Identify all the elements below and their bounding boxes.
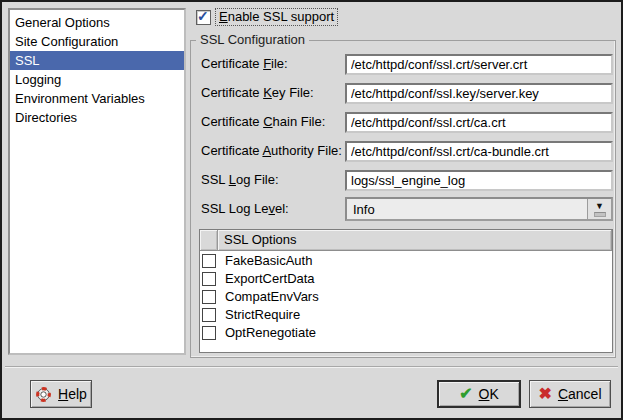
sidebar-item-directories[interactable]: Directories: [10, 108, 184, 127]
table-row[interactable]: OptRenegotiate: [200, 324, 612, 341]
ssl-log-level-select[interactable]: Info ▼: [345, 197, 613, 221]
certificate-file-input[interactable]: [345, 54, 613, 75]
certificate-file-label: Certificate File:: [201, 56, 288, 71]
ssl-configuration-frame: SSL Configuration Certificate File: Cert…: [190, 40, 616, 358]
dropdown-button[interactable]: ▼: [587, 199, 611, 219]
option-label: StrictRequire: [225, 307, 300, 322]
option-checkbox-optrenegotiate[interactable]: [202, 326, 216, 340]
certificate-authority-file-label: Certificate Authority File:: [201, 143, 342, 158]
option-checkbox-exportcertdata[interactable]: [202, 272, 216, 286]
enable-ssl-label: Enable SSL support: [215, 8, 338, 26]
table-header-row: SSL Options: [200, 230, 612, 251]
ok-button-label: OK: [479, 386, 499, 402]
table-row[interactable]: FakeBasicAuth: [200, 252, 612, 269]
ssl-log-file-label: SSL Log File:: [201, 172, 279, 187]
cancel-button-label: Cancel: [558, 386, 602, 402]
certificate-authority-file-input[interactable]: [345, 141, 613, 162]
sidebar-item-site-configuration[interactable]: Site Configuration: [10, 32, 184, 51]
cancel-button[interactable]: ✖ Cancel: [529, 380, 611, 408]
option-label: ExportCertData: [225, 271, 315, 286]
check-icon: ✔: [459, 386, 472, 402]
checkbox-column-header[interactable]: [200, 230, 218, 251]
certificate-key-file-input[interactable]: [345, 83, 613, 104]
ssl-options-column-header[interactable]: SSL Options: [218, 230, 612, 251]
option-checkbox-strictrequire[interactable]: [202, 308, 216, 322]
frame-title: SSL Configuration: [196, 32, 309, 47]
bottom-separator: [5, 366, 618, 368]
checkbox-checked-icon[interactable]: [196, 10, 211, 25]
enable-ssl-checkbox[interactable]: Enable SSL support: [196, 8, 338, 26]
help-button-label: Help: [58, 386, 87, 402]
option-label: OptRenegotiate: [225, 325, 316, 340]
option-label: FakeBasicAuth: [225, 253, 312, 268]
table-row[interactable]: ExportCertData: [200, 270, 612, 287]
ssl-log-file-input[interactable]: [345, 170, 613, 191]
table-row[interactable]: StrictRequire: [200, 306, 612, 323]
x-icon: ✖: [539, 386, 552, 402]
ssl-log-level-value: Info: [347, 202, 587, 217]
chevron-down-icon: ▼: [595, 202, 604, 210]
dropdown-grip-icon: [594, 212, 606, 217]
category-list: General Options Site Configuration SSL L…: [8, 8, 186, 355]
sidebar-item-general-options[interactable]: General Options: [10, 13, 184, 32]
certificate-chain-file-label: Certificate Chain File:: [201, 114, 325, 129]
lifebuoy-help-icon: [35, 386, 52, 403]
sidebar-item-environment-variables[interactable]: Environment Variables: [10, 89, 184, 108]
ssl-options-table: SSL Options FakeBasicAuth ExportCertData…: [199, 229, 613, 353]
table-row[interactable]: CompatEnvVars: [200, 288, 612, 305]
option-checkbox-compatenvvars[interactable]: [202, 290, 216, 304]
certificate-key-file-label: Certificate Key File:: [201, 85, 314, 100]
option-label: CompatEnvVars: [225, 289, 319, 304]
help-button[interactable]: Help: [30, 380, 92, 408]
sidebar-item-logging[interactable]: Logging: [10, 70, 184, 89]
sidebar-item-ssl[interactable]: SSL: [10, 51, 184, 70]
ok-button[interactable]: ✔ OK: [437, 380, 521, 408]
certificate-chain-file-input[interactable]: [345, 112, 613, 133]
ssl-log-level-label: SSL Log Level:: [201, 201, 289, 216]
option-checkbox-fakebasicauth[interactable]: [202, 254, 216, 268]
